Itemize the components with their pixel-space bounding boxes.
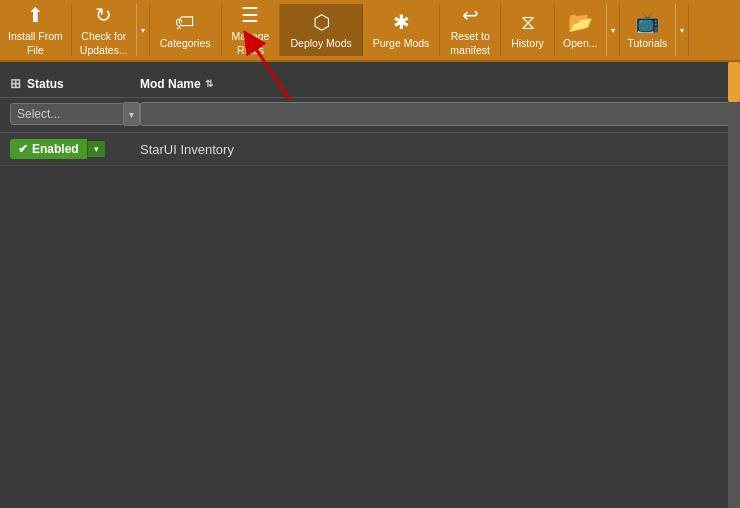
purge-mods-label: Purge Mods: [373, 37, 430, 51]
grid-view-icon[interactable]: ⊞: [10, 76, 21, 91]
sort-icon: ⇅: [205, 78, 213, 89]
history-icon: ⧖: [521, 9, 535, 35]
open-label: Open...: [563, 37, 597, 51]
manage-rules-icon: ☰: [241, 2, 259, 28]
open-icon: 📂: [568, 9, 593, 35]
tutorials-label: Tutorials: [628, 37, 668, 51]
deploy-mods-icon: ⬡: [313, 9, 330, 35]
toolbar-item-check-for-updates[interactable]: ↻ Check for Updates... ▾: [72, 4, 150, 56]
status-filter-wrap: Select... ▾: [10, 102, 140, 126]
enabled-badge: ✔ Enabled ▾: [10, 139, 105, 159]
tutorials-dropdown[interactable]: ▾: [675, 4, 688, 56]
status-column-header: ⊞ Status: [10, 76, 140, 91]
table-row: ✔ Enabled ▾ StarUI Inventory: [0, 133, 740, 166]
toolbar-item-categories[interactable]: 🏷 Categories: [150, 4, 222, 56]
scrollbar-thumb[interactable]: [728, 62, 740, 102]
toolbar-item-reset-to-manifest[interactable]: ↩ Reset to manifest: [440, 4, 501, 56]
install-from-file-main[interactable]: ⬆ Install From File: [0, 4, 71, 56]
modname-header-label: Mod Name: [140, 77, 201, 91]
reset-label: Reset to manifest: [450, 30, 490, 57]
status-filter-select[interactable]: Select...: [10, 103, 124, 125]
deploy-mods-label: Deploy Mods: [290, 37, 351, 51]
manage-rules-label: Manage Rules: [232, 30, 270, 57]
enabled-badge-dropdown[interactable]: ▾: [87, 141, 105, 157]
install-from-file-label: Install From File: [8, 30, 63, 57]
modname-column-header[interactable]: Mod Name ⇅: [140, 77, 730, 91]
main-content: ⊞ Status Mod Name ⇅ Select... ▾ ✔ Enable…: [0, 62, 740, 508]
toolbar-item-tutorials[interactable]: 📺 Tutorials ▾: [620, 4, 690, 56]
categories-label: Categories: [160, 37, 211, 51]
tutorials-icon: 📺: [635, 9, 660, 35]
purge-mods-icon: ✱: [393, 9, 410, 35]
table-body: ✔ Enabled ▾ StarUI Inventory: [0, 133, 740, 508]
tutorials-main[interactable]: 📺 Tutorials: [620, 4, 676, 56]
install-from-file-icon: ⬆: [27, 2, 44, 28]
open-main[interactable]: 📂 Open...: [555, 4, 605, 56]
mod-name-filter-input[interactable]: [140, 102, 730, 126]
toolbar-item-purge-mods[interactable]: ✱ Purge Mods: [363, 4, 441, 56]
toolbar: ⬆ Install From File ↻ Check for Updates.…: [0, 0, 740, 62]
toolbar-item-install-from-file[interactable]: ⬆ Install From File: [0, 4, 72, 56]
status-filter-dropdown-btn[interactable]: ▾: [124, 102, 140, 126]
enabled-badge-main: ✔ Enabled: [10, 139, 87, 159]
table-header: ⊞ Status Mod Name ⇅: [0, 70, 740, 98]
toolbar-item-manage-rules[interactable]: ☰ Manage Rules: [222, 4, 281, 56]
check-updates-icon: ↻: [95, 2, 112, 28]
filter-row: Select... ▾: [0, 98, 740, 133]
scrollbar[interactable]: [728, 62, 740, 508]
row-status: ✔ Enabled ▾: [10, 139, 140, 159]
check-updates-label: Check for Updates...: [80, 30, 128, 57]
toolbar-item-deploy-mods[interactable]: ⬡ Deploy Mods: [280, 4, 362, 56]
categories-icon: 🏷: [175, 9, 195, 35]
open-dropdown[interactable]: ▾: [606, 4, 619, 56]
reset-icon: ↩: [462, 2, 479, 28]
enabled-label: Enabled: [32, 142, 79, 156]
row-mod-name: StarUI Inventory: [140, 142, 730, 157]
check-updates-dropdown[interactable]: ▾: [136, 4, 149, 56]
enabled-check-icon: ✔: [18, 142, 28, 156]
toolbar-item-open[interactable]: 📂 Open... ▾: [555, 4, 619, 56]
status-header-label: Status: [27, 77, 64, 91]
toolbar-item-history[interactable]: ⧖ History: [501, 4, 555, 56]
check-for-updates-main[interactable]: ↻ Check for Updates...: [72, 4, 136, 56]
history-label: History: [511, 37, 544, 51]
